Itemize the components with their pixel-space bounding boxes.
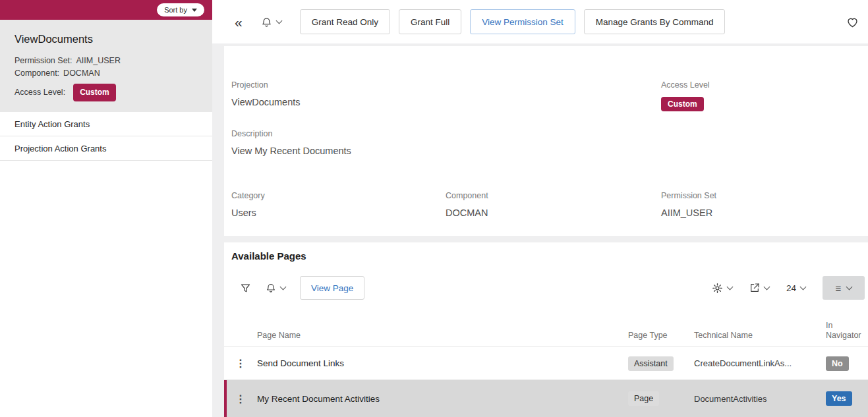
permission-set-label: Permission Set: [661, 191, 716, 200]
component-label: Component:: [14, 69, 59, 78]
chevron-down-icon: [727, 283, 734, 290]
favorite-button[interactable]: [846, 16, 859, 28]
sidebar-component: Component:DOCMAN: [14, 67, 198, 80]
access-level-field: Access Level Custom: [661, 80, 710, 111]
grant-read-only-button[interactable]: Grant Read Only: [300, 9, 390, 34]
projection-field: Projection ViewDocuments: [231, 80, 301, 107]
component-value: DOCMAN: [446, 208, 488, 218]
manage-grants-by-command-button[interactable]: Manage Grants By Command: [584, 9, 726, 34]
page-type-cell: Assistant: [628, 356, 694, 371]
sidebar-summary-panel: ViewDocuments Permission Set:AIIM_USER C…: [0, 20, 212, 112]
technical-name-cell: CreateDocumentLinkAs...: [694, 358, 826, 368]
details-card: Projection ViewDocuments Access Level Cu…: [224, 46, 868, 236]
technical-name-cell: DocumentActivities: [694, 394, 826, 404]
sidebar-title: ViewDocuments: [14, 33, 198, 45]
notifications-button[interactable]: [261, 16, 281, 28]
column-header-in-navigator: In Navigator: [826, 321, 865, 341]
table-row-selected[interactable]: ⋮ My Recent Document Activities Page Doc…: [224, 380, 868, 417]
table-body: ⋮ Send Document Links Assistant CreateDo…: [224, 347, 868, 417]
description-label: Description: [231, 129, 351, 138]
view-mode-toggle[interactable]: ≡: [823, 276, 865, 300]
description-field: Description View My Recent Documents: [231, 129, 351, 156]
in-navigator-cell: Yes: [826, 391, 868, 406]
access-level-badge: Custom: [73, 84, 116, 101]
bell-icon: [261, 16, 272, 28]
table-row[interactable]: ⋮ Send Document Links Assistant CreateDo…: [224, 347, 868, 380]
view-permission-set-button[interactable]: View Permission Set: [470, 9, 575, 34]
filter-button[interactable]: [240, 283, 251, 294]
column-header-technical-name: Technical Name: [694, 331, 826, 341]
in-navigator-cell: No: [826, 356, 868, 371]
column-header-page-type: Page Type: [628, 331, 694, 341]
filter-icon: [240, 283, 251, 294]
projection-value: ViewDocuments: [231, 97, 301, 107]
page-size-selector[interactable]: 24: [786, 283, 805, 293]
page-type-badge: Page: [628, 391, 659, 406]
permission-set-value: AIIM_USER: [76, 56, 121, 65]
sidebar-item-entity-action-grants[interactable]: Entity Action Grants: [0, 112, 212, 136]
sidebar-item-label: Projection Action Grants: [14, 144, 106, 153]
chevron-down-icon: [846, 283, 853, 290]
component-label: Component: [446, 191, 488, 200]
list-view-icon: ≡: [836, 283, 842, 293]
page-type-badge: Assistant: [628, 356, 674, 371]
category-value: Users: [231, 208, 265, 218]
sidebar: Sort by ViewDocuments Permission Set:AII…: [0, 0, 212, 417]
main-toolbar: « Grant Read Only Grant Full View Permis…: [212, 0, 868, 43]
column-header-page-name: Page Name: [257, 331, 628, 341]
table-settings-group: 24 ≡: [712, 276, 865, 300]
page-name-cell[interactable]: My Recent Document Activities: [257, 394, 628, 404]
collapse-sidebar-icon[interactable]: «: [235, 15, 243, 29]
access-level-label: Access Level:: [14, 86, 65, 99]
chevron-down-icon: [764, 283, 770, 290]
share-icon: [749, 283, 760, 293]
sidebar-topbar: Sort by: [0, 0, 212, 20]
table-notifications-button[interactable]: [266, 283, 285, 293]
sort-by-triangle-icon: [192, 9, 197, 12]
sidebar-item-projection-action-grants[interactable]: Projection Action Grants: [0, 136, 212, 161]
permission-set-value: AIIM_USER: [661, 208, 716, 218]
access-level-badge: Custom: [661, 97, 704, 111]
sidebar-item-label: Entity Action Grants: [14, 119, 90, 129]
available-pages-toolbar: View Page 24 ≡: [240, 271, 865, 304]
page-name-cell[interactable]: Send Document Links: [257, 358, 628, 368]
description-value: View My Recent Documents: [231, 146, 351, 156]
permission-set-label: Permission Set:: [14, 56, 72, 65]
heart-icon: [846, 16, 859, 28]
row-menu-kebab-icon[interactable]: ⋮: [224, 393, 257, 405]
component-field: Component DOCMAN: [446, 191, 488, 218]
view-page-button[interactable]: View Page: [300, 276, 364, 300]
sidebar-permission-set: Permission Set:AIIM_USER: [14, 55, 198, 67]
chevron-down-icon: [280, 283, 287, 290]
access-level-label: Access Level: [661, 80, 710, 90]
chevron-down-icon: [275, 17, 282, 24]
share-export-button[interactable]: [749, 283, 769, 293]
gear-icon: [712, 283, 723, 294]
in-navigator-badge: No: [826, 356, 849, 371]
available-pages-title: Available Pages: [231, 250, 306, 262]
page-size-value: 24: [786, 283, 796, 293]
chevron-down-icon: [800, 283, 807, 290]
table-settings-button[interactable]: [712, 283, 732, 294]
grant-full-button[interactable]: Grant Full: [399, 9, 461, 34]
sidebar-access-level: Access Level: Custom: [14, 84, 198, 101]
projection-label: Projection: [231, 80, 301, 90]
table-header-row: Page Name Page Type Technical Name In Na…: [224, 314, 868, 347]
in-navigator-badge: Yes: [826, 391, 852, 406]
page-type-cell: Page: [628, 391, 694, 406]
available-pages-card: Available Pages View Page: [224, 242, 868, 417]
sort-by-button[interactable]: Sort by: [157, 3, 204, 16]
row-menu-kebab-icon[interactable]: ⋮: [224, 357, 257, 370]
bell-icon: [266, 283, 276, 293]
category-field: Category Users: [231, 191, 265, 218]
permission-set-field: Permission Set AIIM_USER: [661, 191, 716, 218]
sort-by-label: Sort by: [164, 6, 187, 14]
component-value: DOCMAN: [63, 69, 100, 78]
category-label: Category: [231, 191, 265, 200]
